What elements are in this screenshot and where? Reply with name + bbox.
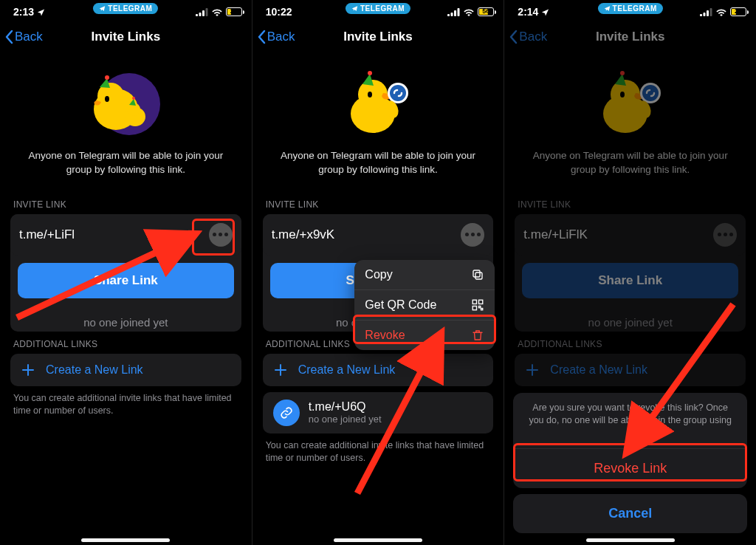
chevron-left-icon (509, 30, 518, 44)
svg-rect-13 (447, 14, 450, 16)
back-button[interactable]: Back (4, 30, 43, 44)
svg-rect-26 (473, 300, 477, 304)
create-link-button[interactable]: Create a New Link (10, 354, 241, 386)
menu-qr[interactable]: Get QR Code (354, 290, 495, 321)
section-additional-label: ADDITIONAL LINKS (515, 332, 746, 354)
more-button[interactable] (209, 223, 233, 247)
menu-copy-label: Copy (365, 268, 392, 281)
invite-link-row[interactable]: t.me/+x9vK (263, 214, 494, 256)
back-label: Back (267, 30, 295, 44)
telegram-icon (99, 5, 106, 12)
more-button[interactable] (713, 223, 737, 247)
hero-illustration (337, 64, 419, 145)
join-status: no one joined yet (10, 306, 241, 332)
create-link-label: Create a New Link (46, 363, 143, 377)
plus-icon (21, 363, 35, 377)
hero-illustration (590, 64, 671, 145)
svg-rect-30 (481, 309, 483, 310)
pill-label: TELEGRAM (613, 4, 657, 13)
link-icon (273, 400, 300, 426)
back-button[interactable]: Back (257, 30, 295, 44)
invite-link-text: t.me/+LiFlK (523, 227, 587, 242)
telegram-pill[interactable]: TELEGRAM (93, 3, 158, 14)
svg-point-11 (105, 96, 109, 102)
create-link-button[interactable]: Create a New Link (515, 354, 746, 386)
telegram-icon (604, 5, 611, 12)
svg-rect-14 (451, 13, 453, 16)
menu-copy[interactable]: Copy (354, 260, 495, 290)
battery-icon: 26 (730, 7, 749, 16)
status-time: 10:22 (266, 6, 292, 18)
svg-point-41 (642, 85, 659, 101)
invite-link-row[interactable]: t.me/+LiFlK (515, 214, 746, 256)
hero-caption: Anyone on Telegram will be able to join … (515, 145, 746, 186)
svg-rect-2 (202, 10, 205, 16)
status-bar: 2:13 TELEGRAM 26 (0, 0, 252, 21)
wifi-icon (211, 8, 223, 16)
status-time: 2:14 (518, 6, 538, 18)
back-label: Back (519, 30, 547, 44)
svg-rect-3 (205, 8, 207, 16)
battery-icon: 26 (226, 7, 244, 16)
cancel-button[interactable]: Cancel (513, 494, 747, 533)
sheet-message: Are you sure you want to revoke this lin… (513, 393, 747, 449)
svg-rect-25 (473, 270, 480, 277)
page-title: Invite Links (596, 30, 665, 44)
screen-3: 2:14 TELEGRAM 26 Back Invite Links (504, 0, 756, 545)
svg-rect-27 (479, 300, 483, 304)
menu-qr-label: Get QR Code (365, 298, 436, 312)
invite-link-row[interactable]: t.me/+LiFl (10, 214, 241, 256)
more-button[interactable] (461, 223, 484, 247)
nav-bar: Back Invite Links (504, 21, 756, 53)
invite-link-text: t.me/+LiFl (19, 227, 75, 242)
home-indicator[interactable] (81, 538, 170, 542)
status-time: 2:13 (13, 6, 34, 18)
screen-2: 10:22 TELEGRAM 56 Back Invite Links (252, 0, 505, 545)
chevron-left-icon (257, 30, 266, 44)
plus-icon (273, 363, 288, 377)
hero-caption: Anyone on Telegram will be able to join … (263, 145, 494, 186)
svg-rect-33 (704, 13, 706, 16)
share-button[interactable]: Share Link (522, 263, 738, 298)
create-link-button[interactable]: Create a New Link (263, 354, 494, 386)
svg-rect-32 (700, 14, 702, 16)
share-button[interactable]: Share Link (18, 263, 234, 298)
extra-link-row[interactable]: t.me/+U6Q no one joined yet (263, 392, 494, 433)
cell-signal-icon (196, 8, 208, 16)
revoke-link-button[interactable]: Revoke Link (513, 449, 747, 488)
hero-caption: Anyone on Telegram will be able to join … (10, 145, 241, 186)
telegram-pill[interactable]: TELEGRAM (346, 3, 410, 14)
cell-signal-icon (700, 8, 712, 16)
section-invite-label: INVITE LINK (263, 192, 494, 214)
invite-link-text: t.me/+x9vK (272, 227, 335, 242)
footer-note: You can create additional invite links t… (10, 386, 241, 417)
home-indicator[interactable] (586, 538, 675, 542)
svg-point-20 (368, 92, 372, 97)
create-link-label: Create a New Link (550, 363, 647, 377)
svg-point-39 (620, 92, 625, 97)
wifi-icon (715, 8, 727, 16)
nav-bar: Back Invite Links (0, 21, 252, 53)
svg-point-19 (368, 71, 372, 75)
page-title: Invite Links (92, 30, 161, 44)
join-status: no one joined yet (515, 306, 746, 332)
extra-link-text: t.me/+U6Q (309, 400, 382, 414)
menu-revoke[interactable]: Revoke (354, 321, 495, 350)
svg-point-10 (132, 97, 135, 100)
footer-note: You can create additional invite links t… (263, 433, 494, 465)
pill-label: TELEGRAM (108, 4, 152, 13)
section-invite-label: INVITE LINK (515, 192, 746, 214)
chevron-left-icon (4, 30, 13, 44)
svg-point-22 (390, 85, 406, 101)
back-button[interactable]: Back (509, 30, 547, 44)
invite-card: t.me/+LiFlK Share Link no one joined yet (515, 214, 746, 332)
nav-bar: Back Invite Links (252, 21, 504, 53)
svg-rect-24 (475, 272, 482, 279)
telegram-pill[interactable]: TELEGRAM (598, 3, 663, 14)
svg-rect-1 (199, 13, 201, 16)
location-icon (541, 8, 549, 16)
home-indicator[interactable] (334, 538, 422, 542)
battery-icon: 56 (478, 7, 496, 16)
invite-card: t.me/+LiFl Share Link no one joined yet (10, 214, 241, 332)
plus-icon (525, 363, 540, 377)
